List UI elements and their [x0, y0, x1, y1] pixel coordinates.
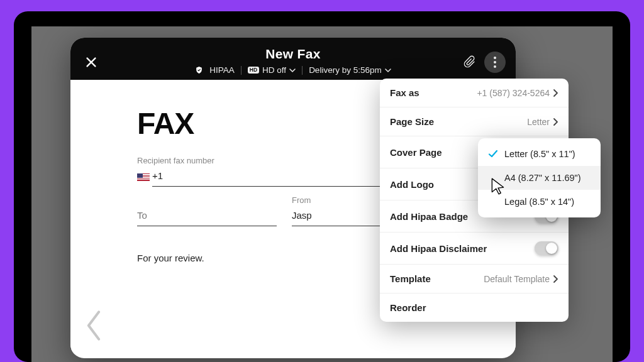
chevron-left-icon	[83, 309, 104, 343]
page-size-option-letter[interactable]: Letter (8.5" x 11")	[478, 142, 601, 166]
option-reorder[interactable]: Reorder	[380, 293, 569, 322]
option-page-size[interactable]: Page Size Letter	[380, 107, 569, 136]
option-label: Add Hipaa Badge	[390, 211, 468, 222]
close-button[interactable]	[82, 53, 101, 72]
option-value: Default Template	[484, 274, 550, 284]
flag-us-icon	[137, 173, 150, 182]
chevron-down-icon	[289, 67, 296, 74]
app-frame-gradient: New Fax HIPAA HD HD off Delivery by 5:56…	[0, 0, 644, 362]
hd-chip-icon: HD	[248, 67, 259, 74]
option-label: Template	[390, 273, 431, 284]
option-label: Cover Page	[390, 147, 442, 158]
delivery-label: Delivery by 5:56pm	[309, 65, 382, 75]
page-size-submenu: Letter (8.5" x 11") A4 (8.27" x 11.69") …	[478, 138, 601, 217]
header-actions	[463, 52, 506, 73]
monitor-bezel: New Fax HIPAA HD HD off Delivery by 5:56…	[14, 11, 630, 362]
page-size-option-label: A4 (8.27" x 11.69")	[504, 173, 581, 183]
option-value: +1 (587) 324-5264	[477, 88, 550, 98]
more-options-button[interactable]	[484, 52, 506, 73]
option-fax-as[interactable]: Fax as +1 (587) 324-5264	[380, 79, 569, 107]
hipaa-label: HIPAA	[209, 65, 235, 75]
page-size-option-label: Letter (8.5" x 11")	[504, 149, 575, 159]
page-size-option-a4[interactable]: A4 (8.27" x 11.69")	[478, 166, 601, 190]
close-icon	[84, 55, 98, 69]
add-hipaa-disclaimer-toggle[interactable]	[535, 241, 558, 255]
option-value: Letter	[527, 117, 550, 127]
chevron-right-icon	[553, 275, 558, 283]
divider-icon	[302, 66, 303, 75]
option-template[interactable]: Template Default Template	[380, 265, 569, 293]
divider-icon	[241, 66, 242, 75]
delivery-time-button[interactable]: Delivery by 5:56pm	[309, 65, 391, 75]
chevron-right-icon	[553, 89, 558, 97]
chevron-down-icon	[385, 67, 391, 74]
shield-icon	[195, 66, 203, 74]
option-label: Reorder	[390, 302, 426, 313]
page-size-option-legal[interactable]: Legal (8.5" x 14")	[478, 190, 601, 214]
header-subline: HIPAA HD HD off Delivery by 5:56pm	[70, 65, 516, 75]
option-add-hipaa-disclaimer[interactable]: Add Hipaa Disclaimer	[380, 233, 569, 265]
option-label: Page Size	[390, 116, 434, 127]
hd-toggle[interactable]: HD HD off	[248, 65, 296, 75]
page-size-option-label: Legal (8.5" x 14")	[504, 197, 574, 207]
screen-surface: New Fax HIPAA HD HD off Delivery by 5:56…	[31, 26, 613, 362]
option-label: Add Hipaa Disclaimer	[390, 243, 487, 254]
check-icon	[488, 149, 498, 159]
hd-label: HD off	[262, 65, 286, 75]
previous-page-button[interactable]	[83, 309, 104, 345]
option-label: Add Logo	[390, 179, 434, 190]
modal-header: New Fax HIPAA HD HD off Delivery by 5:56…	[70, 38, 516, 80]
modal-title: New Fax	[70, 47, 516, 62]
option-label: Fax as	[390, 87, 419, 98]
attach-button[interactable]	[463, 55, 477, 69]
to-input[interactable]	[137, 207, 277, 226]
chevron-right-icon	[553, 118, 558, 126]
